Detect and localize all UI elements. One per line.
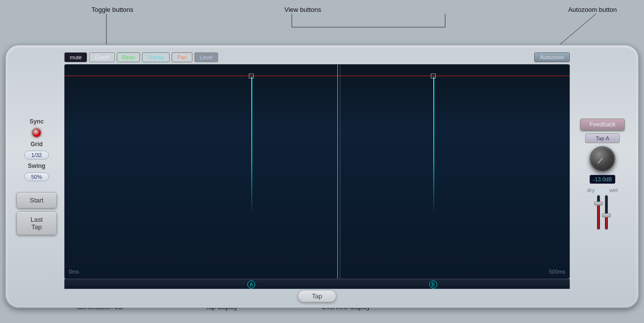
mix-header: dry Mix wet bbox=[587, 187, 618, 194]
tap-line-a bbox=[251, 77, 252, 215]
db-value-label: -13.0dB bbox=[590, 175, 616, 184]
pan-button[interactable]: Pan bbox=[172, 52, 192, 62]
sync-indicator[interactable] bbox=[32, 128, 42, 138]
marker-b-label[interactable]: B bbox=[429, 281, 437, 288]
dry-slider-thumb[interactable] bbox=[594, 202, 603, 205]
view-buttons-label: View buttons bbox=[284, 6, 321, 13]
reso-button[interactable]: Reso bbox=[117, 52, 140, 62]
sync-label: Sync bbox=[30, 118, 44, 125]
start-button[interactable]: Start bbox=[16, 192, 57, 208]
wet-slider-track[interactable] bbox=[605, 195, 608, 230]
dry-slider-container bbox=[597, 195, 600, 230]
left-panel: Sync Grid 1/32 Swing 50% Start Last Tap … bbox=[12, 118, 61, 235]
tap-a-button[interactable]: Tap A bbox=[585, 133, 620, 143]
level-button[interactable]: Level bbox=[194, 52, 218, 62]
mix-title: Mix bbox=[597, 187, 607, 194]
autozoom-button-label: Autozoom button bbox=[568, 6, 617, 13]
sequencer-display: 0ms 500ms bbox=[64, 64, 570, 279]
marker-a-label[interactable]: A bbox=[247, 281, 255, 288]
tap-button-container: Tap bbox=[64, 290, 570, 302]
wet-label: wet bbox=[609, 187, 618, 193]
dry-red-track bbox=[598, 202, 599, 229]
mute-button[interactable]: mute bbox=[64, 52, 87, 62]
right-panel: Feedback Tap A -13.0dB dry Mix wet bbox=[573, 119, 632, 235]
tap-line-b bbox=[433, 77, 434, 215]
mix-section: dry Mix wet bbox=[573, 187, 632, 235]
red-line bbox=[65, 76, 569, 76]
tap-button[interactable]: Tap bbox=[298, 290, 337, 302]
swing-value[interactable]: 50% bbox=[24, 172, 49, 181]
grid-value[interactable]: 1/32 bbox=[24, 151, 49, 160]
time-end-label: 500ms bbox=[549, 269, 565, 275]
grid-label: Grid bbox=[31, 141, 43, 148]
toolbar: mute Cutoff Reso Transp Pan Level Autozo… bbox=[64, 50, 570, 64]
wet-slider-thumb[interactable] bbox=[602, 213, 611, 217]
time-start-label: 0ms bbox=[69, 269, 79, 275]
swing-label: Swing bbox=[28, 162, 45, 169]
id-marker-a[interactable]: A bbox=[247, 281, 255, 288]
feedback-button[interactable]: Feedback bbox=[580, 119, 625, 130]
dry-label: dry bbox=[587, 187, 595, 193]
transp-button[interactable]: Transp bbox=[142, 52, 170, 62]
playhead bbox=[337, 65, 338, 279]
device-container: Sync Grid 1/32 Swing 50% Start Last Tap … bbox=[5, 44, 639, 308]
toggle-buttons-label: Toggle buttons bbox=[92, 6, 134, 13]
last-tap-button[interactable]: Last Tap bbox=[16, 211, 57, 235]
center-display: mute Cutoff Reso Transp Pan Level Autozo… bbox=[61, 50, 573, 302]
sliders-row bbox=[597, 195, 608, 235]
dry-slider-track[interactable] bbox=[597, 195, 600, 230]
id-marker-b[interactable]: B bbox=[429, 281, 437, 288]
playhead-shadow bbox=[340, 65, 340, 279]
cutoff-button[interactable]: Cutoff bbox=[89, 52, 114, 62]
identification-bar: A B bbox=[64, 279, 570, 289]
wet-slider-container bbox=[605, 195, 608, 230]
feedback-knob[interactable] bbox=[590, 146, 615, 172]
autozoom-button[interactable]: Autozoom bbox=[534, 52, 570, 62]
